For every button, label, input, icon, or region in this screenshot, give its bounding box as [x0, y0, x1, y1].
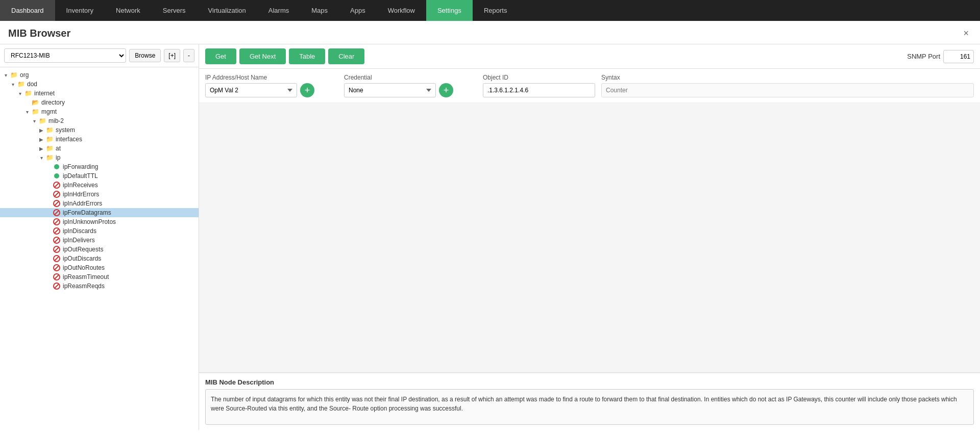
get-button[interactable]: Get	[205, 48, 236, 64]
description-area: MIB Node Description The number of input…	[199, 373, 980, 430]
tree-node-org[interactable]: ▾📁org	[0, 70, 199, 80]
tree-node-ipInReceives[interactable]: ipInReceives	[0, 181, 199, 190]
folder-icon: 📁	[23, 90, 33, 97]
tree-node-interfaces[interactable]: ▶📁interfaces	[0, 135, 199, 144]
credential-form-group: Credential None +	[344, 74, 477, 97]
tree-toggle: ▾	[16, 91, 23, 96]
credential-select[interactable]: None	[344, 83, 436, 97]
tree-node-label: mib-2	[48, 117, 64, 124]
nav-item-network[interactable]: Network	[105, 0, 152, 21]
tree-node-ipOutNoRoutes[interactable]: ipOutNoRoutes	[0, 263, 199, 272]
tree-node-label: ipInHdrErrors	[63, 191, 99, 198]
folder-icon: 📁	[31, 108, 40, 115]
tree-node-ipInHdrErrors[interactable]: ipInHdrErrors	[0, 190, 199, 199]
tree-toolbar: RFC1213-MIB Browse [+] -	[0, 44, 199, 67]
folder-icon: 📁	[45, 145, 54, 152]
tree-node-label: system	[56, 126, 75, 134]
nav-item-inventory[interactable]: Inventory	[55, 0, 105, 21]
tree-node-ipReasmReqds[interactable]: ipReasmReqds	[0, 282, 199, 291]
leaf-no-icon	[52, 191, 61, 198]
tree-node-ipInAddrErrors[interactable]: ipInAddrErrors	[0, 199, 199, 208]
leaf-no-icon	[52, 182, 61, 189]
tree-node-label: ip	[56, 154, 60, 161]
tree-node-label: ipInDelivers	[63, 237, 95, 244]
nav-item-dashboard[interactable]: Dashboard	[0, 0, 55, 21]
nav-item-alarms[interactable]: Alarms	[257, 0, 300, 21]
nav-item-apps[interactable]: Apps	[339, 0, 377, 21]
get-next-button[interactable]: Get Next	[239, 48, 286, 64]
credential-input-row: None +	[344, 83, 477, 97]
table-button[interactable]: Table	[289, 48, 325, 64]
ip-select[interactable]: OpM Val 2	[205, 83, 297, 97]
tree-node-ipForwDatagrams[interactable]: ipForwDatagrams	[0, 208, 199, 217]
tree-toggle: ▾	[9, 82, 16, 87]
nav-item-workflow[interactable]: Workflow	[377, 0, 426, 21]
tree-node-directory[interactable]: 📂directory	[0, 98, 199, 107]
oid-label: Object ID	[483, 74, 595, 81]
close-button[interactable]: ×	[960, 27, 972, 40]
tree-node-at[interactable]: ▶📁at	[0, 144, 199, 153]
tree-node-mgmt[interactable]: ▾📁mgmt	[0, 107, 199, 116]
tree-node-label: at	[56, 145, 61, 152]
tree-node-ipInUnknownProtos[interactable]: ipInUnknownProtos	[0, 217, 199, 226]
add-credential-button[interactable]: +	[439, 83, 453, 97]
description-label: MIB Node Description	[205, 378, 974, 386]
folder-icon: 📁	[16, 81, 26, 88]
leaf-no-icon	[52, 237, 61, 244]
nav-item-servers[interactable]: Servers	[152, 0, 197, 21]
tree-node-mib-2[interactable]: ▾📁mib-2	[0, 116, 199, 125]
tree-node-system[interactable]: ▶📁system	[0, 125, 199, 135]
tree-toggle: ▶	[38, 127, 45, 133]
tree-node-ipReasmTimeout[interactable]: ipReasmTimeout	[0, 272, 199, 282]
action-toolbar: Get Get Next Table Clear SNMP Port	[199, 44, 980, 69]
page-title: MIB Browser	[8, 28, 70, 39]
nav-item-reports[interactable]: Reports	[473, 0, 519, 21]
tree-node-ipForwarding[interactable]: ipForwarding	[0, 162, 199, 171]
page-container: MIB Browser × RFC1213-MIB Browse [+] - ▾…	[0, 21, 980, 435]
tree-node-label: ipOutNoRoutes	[63, 264, 105, 271]
browse-button[interactable]: Browse	[129, 49, 161, 62]
leaf-green-icon	[52, 172, 61, 180]
nav-item-virtualization[interactable]: Virtualization	[197, 0, 257, 21]
mib-select[interactable]: RFC1213-MIB	[4, 48, 126, 63]
tree-node-label: ipInUnknownProtos	[63, 218, 116, 225]
tree-node-ipInDiscards[interactable]: ipInDiscards	[0, 226, 199, 236]
tree-node-label: ipOutDiscards	[63, 255, 101, 262]
leaf-no-icon	[52, 227, 61, 235]
tree-toggle: ▶	[38, 146, 45, 151]
leaf-no-icon	[52, 246, 61, 253]
top-nav: DashboardInventoryNetworkServersVirtuali…	[0, 0, 980, 21]
description-text: The number of input datagrams for which …	[205, 389, 974, 425]
add-ip-button[interactable]: +	[300, 83, 314, 97]
tree-node-ipInDelivers[interactable]: ipInDelivers	[0, 236, 199, 245]
syntax-label: Syntax	[601, 74, 974, 81]
snmp-port-input[interactable]	[943, 50, 974, 63]
main-area: RFC1213-MIB Browse [+] - ▾📁org▾📁dod▾📁int…	[0, 44, 980, 430]
clear-button[interactable]: Clear	[328, 48, 364, 64]
nav-item-maps[interactable]: Maps	[300, 0, 339, 21]
syntax-input[interactable]	[601, 83, 974, 97]
leaf-no-icon	[52, 209, 61, 216]
remove-mib-button[interactable]: -	[183, 49, 194, 62]
tree-node-ip[interactable]: ▾📁ip	[0, 153, 199, 162]
nav-item-settings[interactable]: Settings	[426, 0, 473, 21]
oid-input[interactable]	[483, 83, 595, 97]
tree-node-dod[interactable]: ▾📁dod	[0, 80, 199, 89]
tree-node-label: ipReasmTimeout	[63, 273, 109, 280]
credential-label: Credential	[344, 74, 477, 81]
tree-node-label: directory	[41, 99, 65, 106]
syntax-form-group: Syntax	[601, 74, 974, 97]
tree-node-ipOutDiscards[interactable]: ipOutDiscards	[0, 254, 199, 263]
tree-node-internet[interactable]: ▾📁internet	[0, 89, 199, 98]
results-area	[199, 103, 980, 373]
tree-node-ipDefaultTTL[interactable]: ipDefaultTTL	[0, 171, 199, 181]
add-mib-button[interactable]: [+]	[164, 49, 180, 62]
tree-node-label: ipInAddrErrors	[63, 200, 102, 207]
tree-toggle: ▾	[2, 72, 9, 78]
tree-node-label: dod	[27, 81, 37, 88]
tree-content: ▾📁org▾📁dod▾📁internet📂directory▾📁mgmt▾📁mi…	[0, 67, 199, 430]
folder-icon: 📁	[9, 71, 18, 79]
tree-node-ipOutRequests[interactable]: ipOutRequests	[0, 245, 199, 254]
folder-icon: 📁	[45, 136, 54, 143]
folder-icon: 📁	[45, 126, 54, 134]
